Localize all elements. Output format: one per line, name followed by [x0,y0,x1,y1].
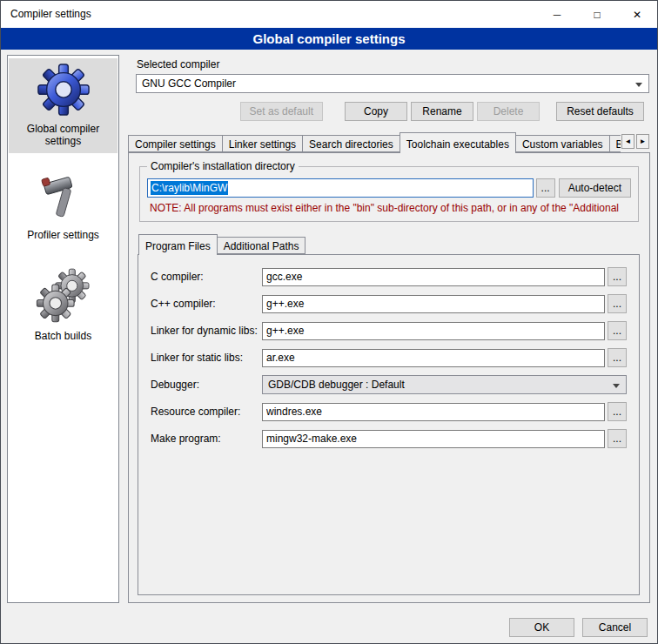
cancel-button[interactable]: Cancel [582,618,648,637]
main-panel: Selected compiler GNU GCC Compiler Set a… [128,55,650,603]
installation-directory-group: Compiler's installation directory C:\ray… [139,166,639,222]
make-program-label: Make program: [151,433,262,445]
sidebar-item-global-compiler-settings[interactable]: Global compiler settings [9,58,118,153]
page-title: Global compiler settings [1,28,657,50]
maximize-icon: □ [594,9,600,21]
dialog-footer: OK Cancel [1,611,657,637]
installation-directory-input[interactable]: C:\raylib\MinGW [147,178,534,198]
static-linker-row: Linker for static libs: ... [151,348,627,367]
debugger-select[interactable]: GDB/CDB debugger : Default [262,375,627,394]
installation-directory-value: C:\raylib\MinGW [151,181,228,195]
cpp-compiler-browse-button[interactable]: ... [608,294,627,313]
tab-search-directories[interactable]: Search directories [302,135,400,152]
compiler-actions: Set as default Copy Rename Delete Reset … [136,102,649,121]
tab-compiler-settings[interactable]: Compiler settings [128,135,223,152]
installation-directory-row: C:\raylib\MinGW ... Auto-detect [147,178,631,198]
chevron-down-icon [635,83,642,87]
sidebar-item-label: Profiler settings [10,229,116,241]
c-compiler-browse-button[interactable]: ... [608,267,627,286]
set-as-default-button[interactable]: Set as default [240,102,323,121]
close-button[interactable]: ✕ [617,1,657,28]
reset-defaults-button[interactable]: Reset defaults [556,102,644,121]
program-files-panel: C compiler: ... C++ compiler: ... Linker… [138,254,640,595]
left-arrow-icon: ◄ [625,138,632,145]
tab-toolchain-executables[interactable]: Toolchain executables [400,132,516,153]
make-program-row: Make program: ... [151,429,627,448]
tab-build-options[interactable]: Buil [609,135,621,152]
c-compiler-input[interactable] [262,268,605,286]
static-linker-browse-button[interactable]: ... [608,348,627,367]
make-program-browse-button[interactable]: ... [608,429,627,448]
rename-button[interactable]: Rename [411,102,473,121]
ok-button[interactable]: OK [509,618,574,637]
titlebar: Compiler settings ─ □ ✕ [1,1,657,28]
delete-button[interactable]: Delete [477,102,540,121]
tab-scroll-controls: ◄ ► [621,134,649,149]
compiler-settings-window: { "colors": { "banner_blue": "#0033a0", … [0,0,658,644]
resource-compiler-input[interactable] [262,403,605,421]
toolchain-executables-panel: Compiler's installation directory C:\ray… [128,152,650,603]
cpp-compiler-label: C++ compiler: [151,298,262,310]
program-files-tabstrip: Program Files Additional Paths [138,234,641,254]
tab-linker-settings[interactable]: Linker settings [222,135,303,152]
tab-custom-variables[interactable]: Custom variables [515,135,610,152]
settings-tabstrip: Compiler settings Linker settings Search… [128,132,650,152]
gray-gears-icon [10,266,116,326]
dynamic-linker-input[interactable] [262,322,605,340]
sidebar-item-profiler-settings[interactable]: Profiler settings [9,168,118,247]
dynamic-linker-label: Linker for dynamic libs: [151,325,262,337]
static-linker-input[interactable] [262,349,605,367]
minimize-icon: ─ [554,9,561,21]
selected-compiler-section: Selected compiler GNU GCC Compiler Set a… [128,55,650,121]
static-linker-label: Linker for static libs: [151,352,262,364]
compiler-select[interactable]: GNU GCC Compiler [136,74,649,93]
right-arrow-icon: ► [640,138,647,145]
make-program-input[interactable] [262,430,605,448]
subtab-additional-paths[interactable]: Additional Paths [217,237,306,254]
subtab-program-files[interactable]: Program Files [138,234,218,255]
tab-scroll-right-button[interactable]: ► [636,134,649,149]
chevron-down-icon [613,384,620,388]
cpp-compiler-input[interactable] [262,295,605,313]
sidebar-item-batch-builds[interactable]: Batch builds [9,262,118,348]
dynamic-linker-row: Linker for dynamic libs: ... [151,321,627,340]
sidebar-item-label: Batch builds [10,330,116,342]
copy-button[interactable]: Copy [345,102,407,121]
maximize-button[interactable]: □ [577,1,617,28]
c-compiler-row: C compiler: ... [151,267,627,286]
hammer-tool-icon [10,172,116,225]
debugger-select-value: GDB/CDB debugger : Default [268,379,405,391]
dynamic-linker-browse-button[interactable]: ... [608,321,627,340]
debugger-label: Debugger: [151,379,262,391]
resource-compiler-browse-button[interactable]: ... [608,402,627,421]
installation-directory-browse-button[interactable]: ... [536,178,555,198]
close-icon: ✕ [633,9,641,21]
resource-compiler-label: Resource compiler: [151,406,262,418]
cpp-compiler-row: C++ compiler: ... [151,294,627,313]
c-compiler-label: C compiler: [151,271,262,283]
tab-scroll-left-button[interactable]: ◄ [621,134,634,149]
selected-compiler-label: Selected compiler [137,58,649,70]
auto-detect-button[interactable]: Auto-detect [559,178,631,198]
installation-directory-group-title: Compiler's installation directory [147,160,299,172]
blue-gear-icon [10,63,116,119]
resource-compiler-row: Resource compiler: ... [151,402,627,421]
window-title: Compiler settings [1,1,537,28]
minimize-button[interactable]: ─ [537,1,577,28]
sidebar-item-label: Global compiler settings [10,123,116,147]
content-area: Global compiler settings Profiler settin [1,50,657,611]
debugger-row: Debugger: GDB/CDB debugger : Default [151,375,627,394]
compiler-select-value: GNU GCC Compiler [142,77,236,90]
settings-category-sidebar: Global compiler settings Profiler settin [7,55,119,603]
bin-subdirectory-note: NOTE: All programs must exist either in … [150,202,629,214]
